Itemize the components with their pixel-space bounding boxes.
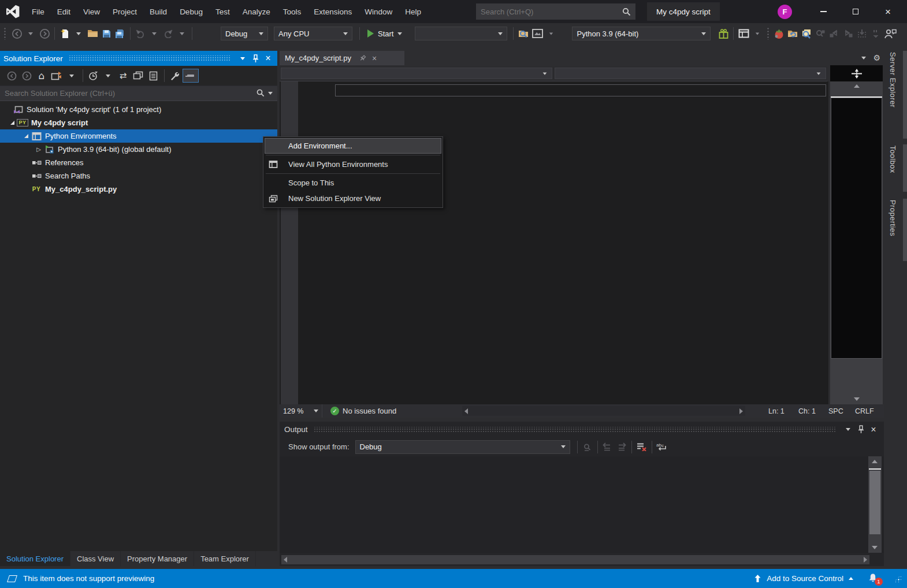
toolbar-drag-grip[interactable]	[3, 27, 6, 40]
open-file-button[interactable]	[86, 26, 99, 41]
active-files-dropdown[interactable]	[861, 57, 866, 59]
sync-with-active-document-button[interactable]: ⇄	[116, 68, 130, 83]
output-vertical-scrollbar[interactable]	[868, 456, 882, 553]
find-symbol-button[interactable]	[800, 26, 813, 41]
se-forward-button[interactable]	[20, 68, 34, 83]
manage-packages-button[interactable]	[716, 26, 730, 41]
line-ending-indicator[interactable]: CRLF	[855, 407, 878, 415]
quick-find-disabled-button[interactable]	[813, 26, 827, 41]
previous-message-disabled-button[interactable]	[601, 440, 615, 455]
nav-members-dropdown[interactable]	[555, 68, 826, 79]
editor-tab[interactable]: My_c4pdy_script.py ×	[280, 51, 404, 65]
window-layout-button[interactable]	[737, 26, 750, 41]
menu-build[interactable]: Build	[143, 5, 173, 18]
menu-edit[interactable]: Edit	[51, 5, 77, 18]
copy-view-button[interactable]	[146, 68, 160, 83]
pin-icon[interactable]	[250, 53, 261, 64]
editor-zoom-dropdown[interactable]: 129 %	[280, 404, 322, 418]
toggle-word-wrap-button[interactable]: abc	[655, 440, 669, 455]
image-tool-button[interactable]	[530, 26, 544, 41]
expanded-icon[interactable]	[24, 134, 28, 138]
menu-test[interactable]: Test	[209, 5, 236, 18]
maximize-button[interactable]	[842, 0, 869, 23]
scrollbar-thumb[interactable]	[869, 471, 880, 534]
scroll-down-icon[interactable]	[872, 546, 878, 549]
editor-indicator-margin[interactable]	[281, 81, 298, 404]
output-source-dropdown[interactable]: Debug	[355, 440, 570, 454]
undo-button[interactable]	[133, 26, 147, 41]
tab-close-icon[interactable]: ×	[372, 54, 377, 63]
menu-item-scope-to-this[interactable]: Scope to This	[265, 175, 441, 191]
tab-pin-icon[interactable]	[359, 55, 366, 62]
scroll-down-icon[interactable]	[830, 397, 883, 401]
menu-help[interactable]: Help	[399, 5, 428, 18]
navigate-back-dropdown[interactable]	[24, 26, 38, 41]
solution-configurations-dropdown[interactable]: Debug	[221, 27, 268, 40]
tree-row-project[interactable]: PY My c4pdy script	[0, 116, 277, 129]
clear-all-output-button[interactable]	[635, 440, 649, 455]
output-horizontal-scrollbar[interactable]	[281, 555, 869, 564]
output-header[interactable]: Output ×	[280, 422, 884, 437]
collapsed-icon[interactable]: ▷	[36, 147, 41, 152]
scroll-left-icon[interactable]	[464, 408, 468, 414]
tab-team-explorer[interactable]: Team Explorer	[194, 551, 256, 566]
collapse-all-button[interactable]	[131, 68, 145, 83]
menu-tools[interactable]: Tools	[277, 5, 308, 18]
editor-options-gear-icon[interactable]: ⚙	[873, 53, 880, 62]
navigate-left-disabled-button[interactable]	[827, 26, 841, 41]
menu-analyze[interactable]: Analyze	[236, 5, 277, 18]
menu-item-new-solution-explorer-view[interactable]: New Solution Explorer View	[265, 191, 441, 206]
undo-dropdown[interactable]	[147, 26, 161, 41]
solution-platforms-dropdown[interactable]: Any CPU	[274, 27, 352, 40]
resize-grip[interactable]	[894, 575, 901, 582]
switch-views-dropdown[interactable]	[65, 68, 79, 83]
tab-class-view[interactable]: Class View	[70, 551, 121, 566]
issues-status[interactable]: No issues found	[343, 407, 396, 415]
editor-horizontal-scrollbar[interactable]	[462, 406, 745, 416]
expanded-icon[interactable]	[10, 121, 14, 125]
menu-extensions[interactable]: Extensions	[307, 5, 358, 18]
find-in-files-button[interactable]	[516, 26, 530, 41]
close-button[interactable]: ×	[875, 0, 901, 23]
search-options-dropdown[interactable]	[268, 92, 273, 95]
tab-properties[interactable]: Properties	[889, 200, 897, 236]
tab-toolbox[interactable]: Toolbox	[889, 146, 897, 173]
python-environment-dropdown[interactable]: Python 3.9 (64-bit)	[572, 27, 711, 40]
send-feedback-button[interactable]	[883, 26, 898, 41]
redo-dropdown[interactable]	[175, 26, 189, 41]
window-position-dropdown[interactable]	[842, 425, 854, 435]
se-home-button[interactable]: ⌂	[35, 68, 49, 83]
navigate-back-button[interactable]	[10, 26, 24, 41]
spaces-indicator[interactable]: SPC	[828, 407, 855, 415]
tab-server-explorer[interactable]: Server Explorer	[889, 52, 897, 107]
pin-icon[interactable]	[855, 425, 867, 435]
scroll-right-icon[interactable]	[739, 408, 743, 414]
menu-view[interactable]: View	[77, 5, 106, 18]
se-back-button[interactable]	[5, 68, 18, 83]
tree-row-python-environments[interactable]: Python Environments	[0, 129, 277, 143]
close-panel-icon[interactable]: ×	[262, 53, 274, 64]
scrollbar-document-map[interactable]	[831, 98, 882, 359]
menu-item-view-all-python-environments[interactable]: View All Python Environments	[265, 157, 441, 172]
solution-search-input[interactable]	[5, 89, 257, 98]
check-in-disabled-button[interactable]	[855, 26, 869, 41]
new-file-button[interactable]	[58, 26, 72, 41]
next-message-disabled-button[interactable]	[615, 440, 629, 455]
tree-row-script-file[interactable]: PY My_c4pdy_script.py	[0, 183, 277, 196]
scroll-up-icon[interactable]	[872, 460, 878, 463]
scroll-left-icon[interactable]	[284, 557, 287, 563]
preview-selected-items-toggle[interactable]	[183, 69, 199, 83]
tree-row-solution[interactable]: Solution 'My c4pdy script' (1 of 1 proje…	[0, 103, 277, 116]
scroll-right-icon[interactable]	[864, 557, 867, 563]
compare-disabled-dropdown[interactable]	[869, 26, 883, 41]
notifications-button[interactable]: 1	[868, 573, 880, 585]
minimize-button[interactable]	[810, 0, 837, 23]
solution-explorer-header[interactable]: Solution Explorer ×	[0, 51, 277, 66]
add-to-source-control-button[interactable]: Add to Source Control	[767, 574, 843, 583]
startup-item-dropdown[interactable]	[415, 27, 507, 40]
switch-views-button[interactable]	[50, 68, 64, 83]
window-layout-dropdown[interactable]	[750, 26, 764, 41]
properties-button[interactable]	[168, 68, 181, 83]
toolbar-drag-grip[interactable]	[767, 27, 770, 40]
quick-launch-search[interactable]	[476, 3, 635, 20]
